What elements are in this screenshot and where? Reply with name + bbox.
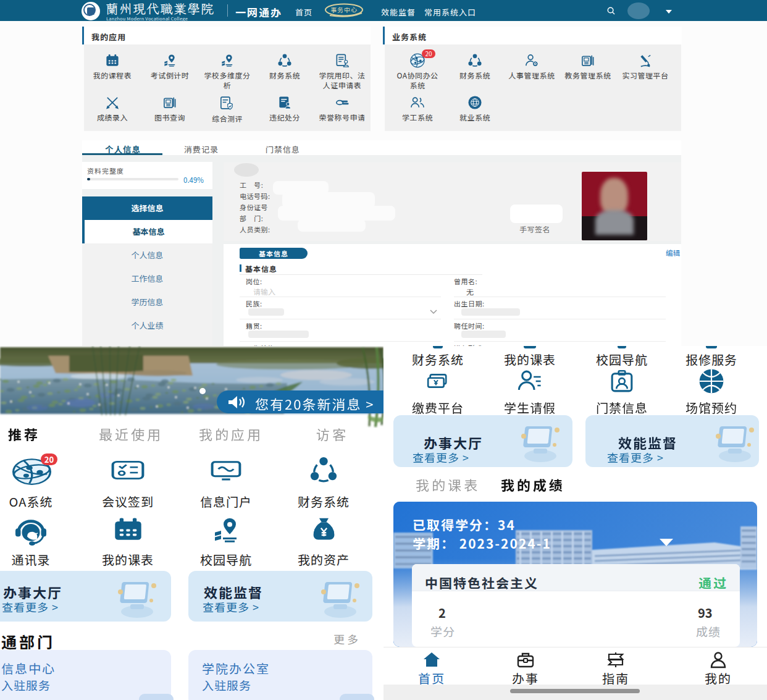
svg-text:事务中心: 事务中心 xyxy=(330,5,358,14)
